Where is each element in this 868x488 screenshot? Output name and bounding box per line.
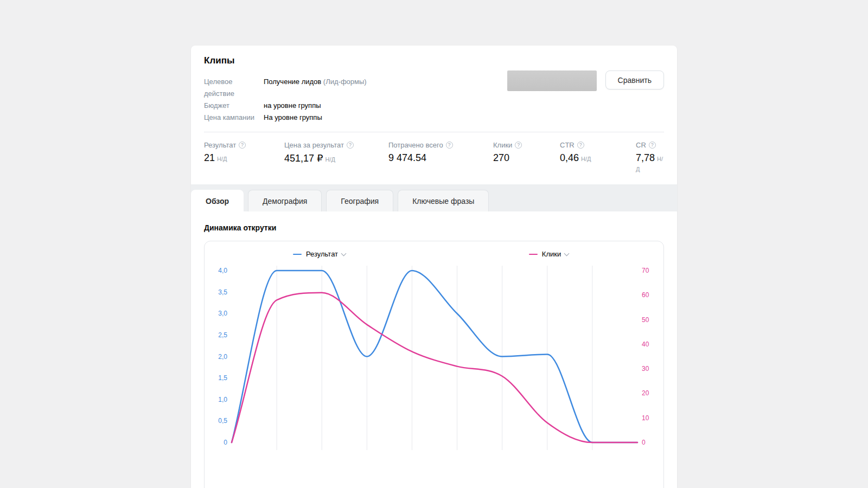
stat-cost-per-result: Цена за результат? 451,17 ₽Н/Д — [284, 141, 388, 174]
tab-demography[interactable]: Демография — [248, 190, 322, 211]
left-axis-label: 0,5 — [218, 417, 227, 425]
right-axis-label: 60 — [642, 291, 649, 299]
legend-half-left: Результат — [205, 250, 434, 258]
stat-value: 270 — [493, 152, 509, 163]
stat-ctr: CTR? 0,46Н/Д — [560, 141, 636, 174]
left-axis-label: 3,5 — [218, 288, 227, 296]
detail-label: Бюджет — [204, 100, 264, 112]
stat-label: Потрачено всего — [388, 141, 443, 149]
redacted-block — [507, 70, 597, 91]
campaign-title: Клипы — [204, 55, 664, 66]
stat-label: CTR — [560, 141, 575, 149]
stat-label: Цена за результат — [284, 141, 344, 149]
stat-value: 7,78 — [636, 152, 655, 163]
stat-value: 0,46 — [560, 152, 579, 163]
right-axis-label: 50 — [642, 316, 649, 324]
result-line-swatch — [293, 254, 302, 255]
legend-label-clicks: Клики — [542, 250, 561, 258]
header-divider — [204, 132, 664, 132]
right-axis-label: 20 — [642, 389, 649, 397]
line-chart: 00,51,01,52,02,53,03,54,0010203040506070 — [205, 261, 664, 488]
stat-label: Результат — [204, 141, 236, 149]
left-axis-label: 0 — [224, 439, 227, 446]
stat-clicks: Клики? 270 — [493, 141, 560, 174]
section-title: Динамика открутки — [204, 223, 664, 232]
help-icon[interactable]: ? — [446, 142, 453, 149]
detail-row: Бюджет на уровне группы — [204, 100, 664, 112]
legend-item-clicks[interactable]: Клики — [529, 250, 569, 258]
stat-suffix: Н/Д — [581, 156, 591, 162]
detail-value-text: на уровне группы — [264, 101, 321, 110]
stat-result: Результат? 21Н/Д — [204, 141, 284, 174]
chart-legend: Результат Клики — [205, 241, 663, 258]
help-icon[interactable]: ? — [577, 142, 584, 149]
legend-half-right: Клики — [434, 250, 663, 258]
stat-value: 21 — [204, 152, 215, 163]
help-icon[interactable]: ? — [347, 142, 354, 149]
clicks-line-swatch — [529, 254, 538, 255]
chevron-down-icon[interactable] — [341, 251, 347, 256]
detail-value-text: На уровне группы — [264, 113, 322, 121]
detail-value: На уровне группы — [264, 112, 322, 124]
detail-label: Цена кампании — [204, 112, 264, 124]
overview-content: Динамика открутки Результат Клики — [191, 211, 677, 488]
detail-row: Цена кампании На уровне группы — [204, 112, 664, 124]
chevron-down-icon[interactable] — [564, 251, 570, 256]
stat-total-spent: Потрачено всего? 9 474.54 — [388, 141, 493, 174]
left-axis-label: 1,0 — [218, 396, 227, 403]
tab-geography[interactable]: География — [326, 190, 393, 211]
tab-bar: Обзор Демография География Ключевые фраз… — [191, 184, 677, 211]
legend-label-result: Результат — [306, 250, 338, 258]
detail-value-text: Получение лидов — [264, 78, 321, 86]
left-axis-label: 3,0 — [218, 310, 227, 317]
left-axis-label: 1,5 — [218, 374, 227, 382]
left-axis-label: 4,0 — [218, 267, 227, 274]
stat-value: 9 474.54 — [388, 152, 426, 163]
stat-value: 451,17 ₽ — [284, 153, 323, 164]
stat-cr: CR? 7,78Н/Д — [636, 141, 664, 174]
tab-overview[interactable]: Обзор — [191, 190, 244, 211]
right-axis-label: 70 — [642, 267, 649, 274]
chart-card: Результат Клики 00,51,01,52,02,53,03,54,… — [204, 241, 664, 488]
compare-button[interactable]: Сравнить — [605, 70, 664, 89]
help-icon[interactable]: ? — [649, 142, 656, 149]
detail-value-suffix: (Лид-формы) — [323, 78, 367, 86]
stat-label: CR — [636, 141, 646, 149]
campaign-header: Клипы Целевое действие Получение лидов (… — [191, 46, 677, 184]
right-axis-label: 10 — [642, 414, 649, 422]
detail-value: Получение лидов (Лид-формы) — [264, 76, 367, 100]
right-axis-label: 0 — [642, 439, 646, 446]
left-axis-label: 2,0 — [218, 353, 227, 361]
series-line-1 — [232, 293, 637, 442]
campaign-card: Клипы Целевое действие Получение лидов (… — [191, 46, 677, 488]
right-axis-label: 40 — [642, 341, 649, 348]
legend-item-result[interactable]: Результат — [293, 250, 346, 258]
detail-value: на уровне группы — [264, 100, 321, 112]
help-icon[interactable]: ? — [515, 142, 522, 149]
right-axis-label: 30 — [642, 365, 649, 373]
detail-label: Целевое действие — [204, 76, 264, 100]
help-icon[interactable]: ? — [239, 142, 246, 149]
stat-suffix: Н/Д — [326, 156, 335, 163]
stat-suffix: Н/Д — [217, 156, 227, 162]
tab-key-phrases[interactable]: Ключевые фразы — [398, 190, 489, 211]
header-actions: Сравнить — [507, 70, 664, 91]
series-line-0 — [232, 271, 637, 442]
left-axis-label: 2,5 — [218, 331, 227, 339]
stats-row: Результат? 21Н/Д Цена за результат? 451,… — [204, 141, 664, 184]
stat-label: Клики — [493, 141, 512, 149]
